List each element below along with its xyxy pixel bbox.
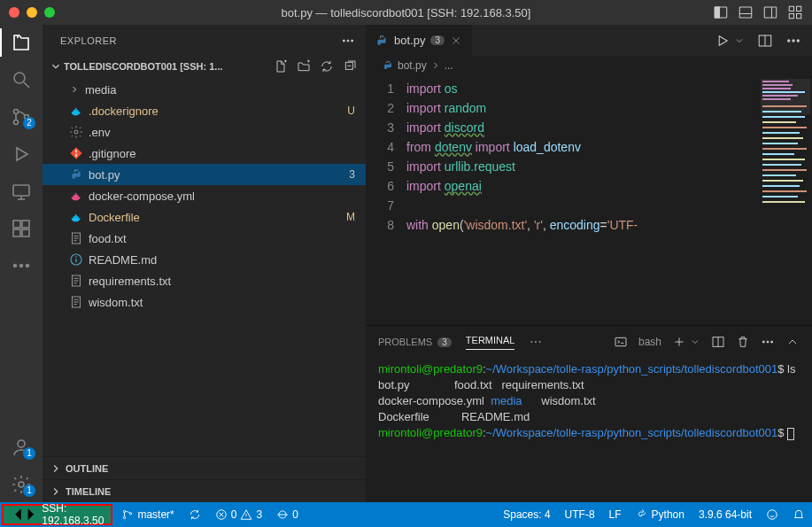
tree-item-file[interactable]: .env [43, 121, 366, 143]
folder-header[interactable]: TOLLEDISCORDBOT001 [SSH: 1... [43, 56, 366, 77]
svg-rect-4 [764, 7, 777, 18]
remote-explorer-activity[interactable] [0, 181, 43, 202]
customize-layout-icon[interactable] [787, 4, 803, 20]
outline-section[interactable]: OUTLINE [43, 456, 366, 479]
tree-item-folder[interactable]: media [43, 79, 366, 100]
tree-item-file[interactable]: README.md [43, 249, 366, 270]
toggle-panel-right-icon[interactable] [762, 4, 778, 20]
feedback-status[interactable] [759, 502, 785, 527]
svg-rect-79 [762, 143, 798, 144]
file-label: README.md [89, 253, 355, 267]
svg-rect-77 [762, 132, 800, 134]
split-editor-icon[interactable] [757, 33, 773, 49]
tree-item-file[interactable]: .gitignore [43, 143, 366, 164]
explorer-title: EXPLORER [60, 35, 117, 46]
language-status[interactable]: Python [629, 502, 692, 527]
eol-status[interactable]: LF [602, 502, 629, 527]
extensions-activity[interactable] [0, 218, 43, 239]
file-label: .dockerignore [89, 105, 342, 118]
problems-status[interactable]: 0 3 [208, 502, 269, 527]
svg-point-100 [767, 341, 769, 343]
more-icon[interactable] [761, 335, 775, 349]
remote-ssh-status[interactable]: SSH: 192.168.3.50 [2, 504, 112, 525]
new-folder-icon[interactable] [297, 59, 311, 74]
tree-item-file[interactable]: Dockerfile M [43, 206, 366, 228]
shell-name[interactable]: bash [638, 336, 661, 348]
editor-tab[interactable]: bot.py 3 [366, 25, 472, 56]
tree-item-file[interactable]: .dockerignore U [43, 100, 366, 121]
search-activity[interactable] [0, 69, 43, 90]
svg-point-63 [797, 39, 799, 41]
python-version-status[interactable]: 3.9.6 64-bit [692, 502, 759, 527]
collapse-all-icon[interactable] [343, 59, 357, 74]
file-label: media [85, 83, 355, 97]
text-icon [69, 274, 83, 288]
svg-point-36 [74, 130, 78, 134]
notifications-status[interactable] [785, 502, 812, 527]
chevron-right-icon [430, 60, 441, 71]
scm-activity[interactable]: 2 [0, 106, 43, 128]
encoding-status[interactable]: UTF-8 [558, 502, 602, 527]
svg-rect-18 [13, 221, 20, 228]
sync-status[interactable] [182, 502, 208, 527]
tab-badge: 3 [430, 35, 445, 45]
accounts-activity[interactable]: 1 [0, 437, 43, 458]
svg-point-91 [531, 341, 533, 343]
svg-rect-88 [762, 190, 807, 192]
spaces-status[interactable]: Spaces: 4 [496, 502, 557, 527]
code-editor[interactable]: 12345678 import os import random import … [366, 75, 812, 325]
maximize-window-icon[interactable] [44, 7, 55, 18]
line-gutter: 12345678 [366, 75, 406, 325]
chevron-up-icon[interactable] [785, 335, 800, 349]
title-bar: bot.py — tollediscordbot001 [SSH: 192.16… [0, 0, 812, 25]
chevron-down-icon[interactable] [734, 33, 745, 49]
close-window-icon[interactable] [9, 7, 19, 18]
svg-point-12 [14, 110, 19, 114]
svg-point-26 [19, 482, 24, 487]
svg-rect-2 [739, 7, 752, 18]
tree-item-file[interactable]: docker-compose.yml [43, 185, 366, 206]
minimap[interactable] [759, 75, 812, 325]
chevron-down-icon [50, 60, 62, 73]
trash-icon[interactable] [736, 335, 750, 349]
chevron-right-icon [50, 462, 62, 475]
git-icon [69, 146, 83, 160]
svg-point-61 [788, 39, 790, 41]
svg-point-29 [352, 40, 353, 42]
problems-tab[interactable]: PROBLEMS 3 [378, 337, 452, 347]
refresh-icon[interactable] [320, 59, 334, 74]
svg-rect-6 [789, 6, 793, 11]
terminal-content[interactable]: mirontoli@predator9:~/Workspace/tolle-ra… [366, 358, 812, 502]
branch-status[interactable]: master* [114, 502, 181, 527]
more-icon[interactable] [785, 33, 801, 49]
timeline-section[interactable]: TIMELINE [43, 479, 366, 502]
new-file-icon[interactable] [274, 59, 288, 74]
explorer-activity[interactable] [0, 32, 43, 53]
run-icon[interactable] [715, 33, 731, 49]
settings-activity[interactable]: 1 [0, 474, 43, 495]
add-terminal-icon[interactable] [672, 335, 686, 349]
tree-item-file[interactable]: food.txt [43, 228, 366, 249]
minimize-window-icon[interactable] [27, 7, 37, 18]
tree-item-file-selected[interactable]: bot.py 3 [43, 164, 366, 185]
window-title: bot.py — tollediscordbot001 [SSH: 192.16… [0, 6, 812, 19]
terminal-tab[interactable]: TERMINAL [466, 335, 515, 350]
split-terminal-icon[interactable] [711, 335, 725, 349]
chevron-down-icon[interactable] [690, 335, 700, 349]
tree-item-file[interactable]: requirements.txt [43, 270, 366, 291]
toggle-panel-left-icon[interactable] [713, 4, 729, 20]
svg-point-13 [14, 120, 19, 125]
more-activity[interactable] [0, 255, 43, 276]
close-icon[interactable] [450, 35, 462, 47]
svg-point-28 [347, 40, 349, 42]
toggle-panel-bottom-icon[interactable] [738, 4, 754, 20]
breadcrumbs[interactable]: bot.py ... [366, 56, 812, 75]
svg-rect-83 [762, 164, 801, 166]
ports-status[interactable]: 0 [269, 502, 305, 527]
file-label: bot.py [89, 168, 344, 182]
explorer-more-icon[interactable] [341, 34, 355, 48]
file-status: U [347, 105, 355, 117]
run-debug-activity[interactable] [0, 143, 43, 165]
more-icon[interactable] [529, 335, 543, 349]
tree-item-file[interactable]: wisdom.txt [43, 291, 366, 313]
